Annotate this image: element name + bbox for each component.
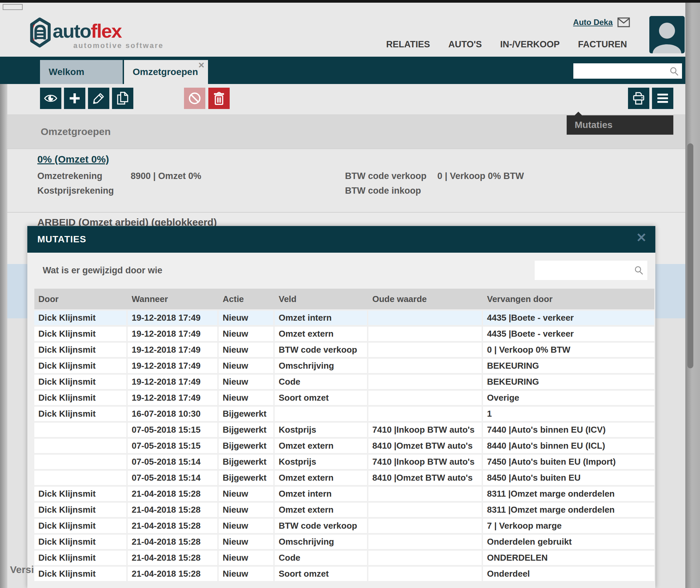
field-label: Omzetrekening [37, 171, 102, 181]
delete-button[interactable] [208, 88, 230, 109]
table-row[interactable]: 07-05-2018 15:14BijgewerktOmzet extern84… [34, 471, 654, 485]
copy-icon [117, 91, 129, 105]
envelope-icon[interactable] [617, 17, 630, 27]
table-row[interactable]: Dick Klijnsmit21-04-2018 15:28NieuwSoort… [34, 567, 654, 581]
table-cell: Nieuw [219, 503, 273, 517]
table-row[interactable]: Dick Klijnsmit16-07-2018 10:30Bijgewerkt… [34, 407, 654, 421]
avatar[interactable] [649, 16, 685, 53]
table-column-header: Actie [219, 294, 273, 304]
eye-icon [44, 93, 58, 103]
nav-facturen[interactable]: FACTUREN [578, 39, 627, 50]
pencil-icon [92, 92, 105, 105]
table-row[interactable]: Dick Klijnsmit21-04-2018 15:28NieuwCodeO… [34, 551, 654, 565]
table-cell: Bijgewerkt [219, 439, 273, 453]
hamburger-icon [656, 93, 669, 104]
table-cell: 21-04-2018 15:28 [128, 487, 217, 501]
tooltip-mutaties: Mutaties [567, 115, 673, 135]
table-cell [368, 503, 482, 517]
print-button[interactable] [628, 88, 649, 109]
table-cell: Dick Klijnsmit [34, 535, 126, 549]
table-cell: Dick Klijnsmit [34, 311, 126, 325]
table-row[interactable]: Dick Klijnsmit21-04-2018 15:28NieuwOmzet… [34, 503, 654, 517]
table-cell: Nieuw [219, 359, 273, 373]
table-cell: Dick Klijnsmit [34, 359, 126, 373]
tabbar-search [573, 63, 682, 79]
tabbar-search-input[interactable] [573, 63, 671, 79]
mutations-table: DoorWanneerActieVeldOude waardeVervangen… [34, 289, 654, 581]
view-button[interactable] [40, 88, 61, 109]
table-cell: Dick Klijnsmit [34, 327, 126, 341]
table-cell: Nieuw [219, 535, 273, 549]
table-cell: Dick Klijnsmit [34, 487, 126, 501]
tab-omzetgroepen-label: Omzetgroepen [133, 67, 198, 77]
table-cell [368, 535, 482, 549]
table-row[interactable]: Dick Klijnsmit21-04-2018 15:28NieuwOmsch… [34, 535, 654, 549]
table-cell: Dick Klijnsmit [34, 503, 126, 517]
table-cell: BTW code verkoop [275, 519, 367, 533]
table-row[interactable]: Dick Klijnsmit19-12-2018 17:49NieuwCodeB… [34, 375, 654, 389]
table-row[interactable]: Dick Klijnsmit19-12-2018 17:49NieuwOmsch… [34, 359, 654, 373]
table-cell: BEKEURING [483, 375, 654, 389]
table-row[interactable]: Dick Klijnsmit19-12-2018 17:49NieuwBTW c… [34, 343, 654, 357]
table-cell: Onderdelen gebruikt [483, 535, 654, 549]
tab-close-icon[interactable]: ✕ [198, 61, 205, 70]
table-row[interactable]: Dick Klijnsmit21-04-2018 15:28NieuwOmzet… [34, 487, 654, 501]
nav-inverkoop[interactable]: IN-/VERKOOP [500, 39, 560, 50]
user-link[interactable]: Auto Deka [573, 18, 613, 27]
table-cell: 7410 |Inkoop BTW auto's [368, 455, 482, 469]
edit-button[interactable] [88, 88, 109, 109]
modal-close-icon[interactable]: ✕ [636, 231, 647, 244]
table-cell: 8450 |Auto's buiten EU [483, 471, 654, 485]
table-cell: ONDERDELEN [483, 551, 654, 565]
table-cell: Nieuw [219, 567, 273, 581]
copy-button[interactable] [112, 88, 133, 109]
left-edge-shadow [0, 84, 7, 588]
menu-button[interactable] [652, 88, 673, 109]
table-cell [368, 343, 482, 357]
main-nav: RELATIES AUTO'S IN-/VERKOOP FACTUREN [386, 39, 627, 50]
table-cell: Omzet intern [275, 311, 367, 325]
autoflex-logo[interactable]: autoflex [53, 21, 121, 41]
table-row[interactable]: Dick Klijnsmit19-12-2018 17:49NieuwOmzet… [34, 327, 654, 341]
trash-icon [213, 91, 225, 105]
table-cell: Omzet extern [275, 439, 367, 453]
table-cell: BEKEURING [483, 359, 654, 373]
table-cell: 4435 |Boete - verkeer [483, 311, 654, 325]
autoflex-logo-icon[interactable] [29, 17, 51, 49]
block-button[interactable] [184, 88, 205, 109]
table-cell: Omschrijving [275, 359, 367, 373]
table-cell: 8440 |Auto's binnen EU (ICL) [483, 439, 654, 453]
field-value: 0 | Verkoop 0% BTW [437, 171, 524, 181]
table-row[interactable]: Dick Klijnsmit19-12-2018 17:49NieuwSoort… [34, 391, 654, 405]
table-cell: Dick Klijnsmit [34, 391, 126, 405]
field-label: Kostprijsrekening [37, 186, 114, 196]
table-cell: 07-05-2018 15:15 [128, 439, 217, 453]
group-section-0: 0% (Omzet 0%) Omzetrekening 8900 | Omzet… [0, 149, 685, 213]
table-cell: 0 | Verkoop 0% BTW [483, 343, 654, 357]
tab-bar: Welkom Omzetgroepen ✕ [0, 57, 685, 84]
table-column-header: Veld [275, 294, 367, 304]
table-row[interactable]: Dick Klijnsmit21-04-2018 15:28NieuwBTW c… [34, 519, 654, 533]
modal-search-input[interactable] [535, 261, 635, 280]
nav-autos[interactable]: AUTO'S [448, 39, 482, 50]
table-row[interactable]: Dick Klijnsmit19-12-2018 17:49NieuwOmzet… [34, 311, 654, 325]
table-cell: 8311 |Omzet marge onderdelen [483, 503, 654, 517]
table-cell: 7410 |Inkoop BTW auto's [368, 423, 482, 437]
tab-omzetgroepen[interactable]: Omzetgroepen ✕ [124, 60, 208, 84]
table-cell: Omzet extern [275, 471, 367, 485]
nav-relaties[interactable]: RELATIES [386, 39, 430, 50]
table-cell [34, 455, 126, 469]
table-cell: 21-04-2018 15:28 [128, 535, 217, 549]
scrollbar-thumb[interactable] [687, 143, 693, 368]
table-cell: Bijgewerkt [219, 407, 273, 421]
table-row[interactable]: 07-05-2018 15:15BijgewerktOmzet extern84… [34, 439, 654, 453]
table-column-header: Door [34, 294, 126, 304]
table-cell: 19-12-2018 17:49 [128, 327, 217, 341]
group-link[interactable]: 0% (Omzet 0%) [37, 154, 109, 165]
tab-welkom[interactable]: Welkom [40, 60, 123, 84]
table-row[interactable]: 07-05-2018 15:14BijgewerktKostprijs7410 … [34, 455, 654, 469]
table-cell: 21-04-2018 15:28 [128, 551, 217, 565]
search-icon [669, 66, 679, 76]
table-row[interactable]: 07-05-2018 15:15BijgewerktKostprijs7410 … [34, 423, 654, 437]
add-button[interactable] [64, 88, 85, 109]
